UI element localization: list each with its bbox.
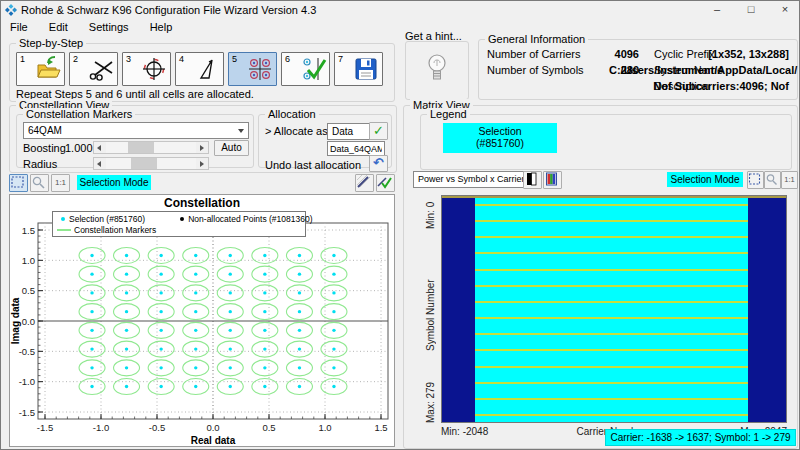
marker-type-dropdown[interactable]: 64QAM <box>23 122 249 139</box>
carrier-min-label: Min: -2048 <box>441 426 488 437</box>
minimize-button[interactable]: – <box>701 1 733 19</box>
undo-allocation-label: Undo last allocation <box>265 159 361 171</box>
scroll-left-icon[interactable] <box>94 142 106 153</box>
step-number: 1 <box>20 54 25 64</box>
radius-track[interactable] <box>106 158 196 169</box>
boosting-track[interactable] <box>106 142 196 153</box>
legend-selection-label: Selection (#851760) <box>69 214 145 224</box>
general-info-group: General Information Number of Carriers 4… <box>478 39 798 100</box>
constellation-legend: Selection (#851760) Constellation Marker… <box>52 211 306 237</box>
menubar: File Edit Settings Help <box>1 19 800 37</box>
constellation-selection-mode-badge: Selection Mode <box>77 175 151 190</box>
constellation-zoom-button[interactable] <box>30 174 49 192</box>
allocation-name-input[interactable] <box>327 141 385 156</box>
menu-help[interactable]: Help <box>141 19 182 35</box>
color-colormap-icon <box>544 172 559 186</box>
step-2-cut-button[interactable]: 2 <box>69 52 118 86</box>
scroll-left-icon[interactable] <box>94 158 106 169</box>
boosting-thumb[interactable] <box>128 142 154 153</box>
constellation-unzoom-button[interactable]: 1:1 <box>51 174 70 192</box>
selection-point-icon <box>61 217 65 221</box>
svg-text:0.0: 0.0 <box>22 316 35 327</box>
legend-markers-label: Constellation Markers <box>74 225 156 235</box>
allocate-as-label: > Allocate as: <box>265 125 331 137</box>
matrix-selection-legend[interactable]: Selection (#851760) <box>443 123 557 153</box>
svg-text:0.0: 0.0 <box>206 422 219 433</box>
radius-thumb[interactable] <box>131 158 157 169</box>
menu-file[interactable]: File <box>1 19 37 35</box>
save-icon <box>352 56 380 82</box>
auto-button[interactable]: Auto <box>214 140 249 156</box>
carriers-value: 4096 <box>589 48 639 60</box>
svg-text:-1.5: -1.5 <box>37 422 53 433</box>
matrix-unzoom-button[interactable]: 1:1 <box>781 171 798 189</box>
step-group-label: Step-by-Step <box>16 37 86 49</box>
legend-nonallocated-label: Non-allocated Points (#1081360) <box>188 214 312 224</box>
window-title: Rohde & Schwarz K96 Configuration File W… <box>21 4 316 16</box>
app-logo-icon <box>5 4 17 16</box>
allocate-check-icon <box>299 56 327 82</box>
svg-text:1.0: 1.0 <box>22 255 35 266</box>
matrix-selection-title: Selection <box>443 125 557 137</box>
pen-check-icon <box>377 175 392 189</box>
menu-settings[interactable]: Settings <box>80 19 138 35</box>
magnifier-icon <box>31 175 46 189</box>
step-number: 5 <box>232 54 237 64</box>
matrix-mode-dropdown[interactable]: Power vs Symbol x Carrier <box>413 171 537 188</box>
mark-confirm-button[interactable] <box>376 174 395 192</box>
general-info-label: General Information <box>485 33 588 45</box>
titlebar: Rohde & Schwarz K96 Configuration File W… <box>1 1 800 19</box>
step-3-center-button[interactable]: 3 <box>122 52 171 86</box>
step-number: 4 <box>179 54 184 64</box>
carriers-label: Number of Carriers <box>487 48 581 60</box>
step-number: 2 <box>73 54 78 64</box>
svg-text:-1.0: -1.0 <box>19 376 35 387</box>
svg-text:Imag data: Imag data <box>10 297 21 344</box>
matrix-zoom-button[interactable] <box>764 171 781 189</box>
radius-label: Radius <box>23 158 57 170</box>
step-5-select-cells-button[interactable]: 5 <box>228 52 277 86</box>
lightbulb-icon[interactable] <box>426 52 448 88</box>
step-number: 3 <box>126 54 131 64</box>
symbols-label: Number of Symbols <box>487 64 584 76</box>
matrix-select-mode-button[interactable] <box>747 171 764 189</box>
menu-edit[interactable]: Edit <box>40 19 77 35</box>
constellation-select-mode-button[interactable] <box>9 174 28 192</box>
svg-text:Real data: Real data <box>191 435 236 446</box>
boosting-scrollbar[interactable] <box>93 141 209 154</box>
matrix-status-box: Carrier: -1638 -> 1637; Symbol: 1 -> 279 <box>605 429 796 446</box>
step-6-allocate-button[interactable]: 6 <box>281 52 330 86</box>
allocation-label: Allocation <box>265 108 319 120</box>
radius-scrollbar[interactable] <box>93 157 209 170</box>
svg-text:-0.5: -0.5 <box>149 422 165 433</box>
undo-allocation-button[interactable]: ↶ <box>369 155 388 172</box>
matrix-heatmap[interactable] <box>441 195 787 423</box>
confirm-allocation-button[interactable]: ✓ <box>369 122 388 140</box>
magnifier-icon <box>765 172 778 186</box>
step-number: 6 <box>285 54 290 64</box>
svg-text:-1.5: -1.5 <box>19 407 35 418</box>
constellation-plot[interactable]: -1.5-1.0-0.50.00.51.01.5-1.5-1.0-0.50.00… <box>10 207 394 446</box>
color-colormap-button[interactable] <box>543 171 562 189</box>
maximize-button[interactable]: □ <box>735 1 767 19</box>
mark-tool-button[interactable] <box>355 174 374 192</box>
svg-text:-1.0: -1.0 <box>93 422 109 433</box>
step-number: 7 <box>338 54 343 64</box>
close-button[interactable]: × <box>769 1 800 19</box>
symbol-axis-label: Symbol Number <box>425 265 436 351</box>
description-value: Nof Subcarriers:4096; Nof <box>639 80 789 92</box>
constellation-view-group: Constellation View Constellation Markers… <box>9 105 397 173</box>
scroll-right-icon[interactable] <box>196 158 208 169</box>
svg-text:1.5: 1.5 <box>22 225 35 236</box>
pen-hatch-icon <box>356 175 371 189</box>
polygon-select-icon <box>193 56 221 82</box>
selection-rect-icon <box>10 175 25 189</box>
step-4-polygon-button[interactable]: 4 <box>175 52 224 86</box>
scroll-right-icon[interactable] <box>196 142 208 153</box>
undo-icon: ↶ <box>373 155 384 170</box>
symbol-max-label: Max: 279 <box>425 373 436 423</box>
bw-colormap-button[interactable] <box>523 171 542 189</box>
step-1-open-button[interactable]: 1 <box>16 52 65 86</box>
svg-text:-0.5: -0.5 <box>19 346 35 357</box>
step-7-save-button[interactable]: 7 <box>334 52 383 86</box>
